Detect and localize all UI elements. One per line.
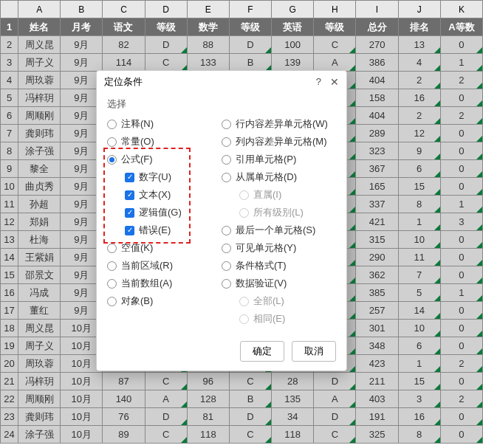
select-all-corner[interactable] xyxy=(1,1,18,18)
cell[interactable]: 周子义 xyxy=(18,337,61,355)
cell[interactable]: B xyxy=(229,54,271,72)
col-header-D[interactable]: D xyxy=(145,1,187,18)
ok-button[interactable]: 确定 xyxy=(240,341,284,362)
row-header[interactable]: 8 xyxy=(1,142,18,160)
cell[interactable]: 87 xyxy=(103,373,145,390)
col-header-E[interactable]: E xyxy=(187,1,229,18)
cell[interactable]: 6 xyxy=(398,337,440,355)
header-cell[interactable]: A等数 xyxy=(440,18,482,36)
cell[interactable]: 114 xyxy=(103,54,145,72)
cell[interactable]: 403 xyxy=(356,390,398,408)
cell[interactable]: 28 xyxy=(272,373,314,390)
cell[interactable]: 5 xyxy=(398,284,440,302)
row-header[interactable]: 23 xyxy=(1,408,18,426)
cell[interactable]: 15 xyxy=(398,178,440,196)
cell[interactable]: 423 xyxy=(356,355,398,373)
col-header-K[interactable]: K xyxy=(440,1,482,18)
cell[interactable]: 2 xyxy=(440,390,482,408)
option-prec[interactable]: 引用单元格(P) xyxy=(222,151,336,168)
cell[interactable]: 0 xyxy=(440,125,482,142)
row-header[interactable]: 1 xyxy=(1,18,18,36)
cell[interactable]: 1 xyxy=(440,284,482,302)
cell[interactable]: 96 xyxy=(187,373,229,390)
checkbox-icon[interactable] xyxy=(125,190,134,200)
radio-icon[interactable] xyxy=(107,137,117,147)
cell[interactable]: A xyxy=(314,54,356,72)
row-header[interactable]: 12 xyxy=(1,213,18,231)
cell[interactable]: 404 xyxy=(356,107,398,125)
header-cell[interactable]: 数学 xyxy=(187,18,229,36)
cell[interactable]: 118 xyxy=(272,426,314,444)
row-header[interactable]: 18 xyxy=(1,320,18,337)
row-header[interactable]: 2 xyxy=(1,36,18,54)
radio-icon[interactable] xyxy=(107,297,117,306)
cell[interactable]: 周顺刚 xyxy=(18,390,61,408)
cell[interactable]: 128 xyxy=(187,390,229,408)
cell[interactable]: 15 xyxy=(398,373,440,390)
cell[interactable]: 16 xyxy=(398,408,440,426)
cell[interactable]: 涂子强 xyxy=(18,426,61,444)
cell[interactable]: 3 xyxy=(398,390,440,408)
cell[interactable]: 290 xyxy=(356,249,398,266)
cell[interactable]: 386 xyxy=(356,54,398,72)
radio-icon[interactable] xyxy=(107,261,117,271)
cell[interactable]: 2 xyxy=(440,355,482,373)
row-header[interactable]: 14 xyxy=(1,249,18,266)
header-cell[interactable]: 姓名 xyxy=(18,18,61,36)
cell[interactable]: 10月 xyxy=(61,390,103,408)
row-header[interactable]: 3 xyxy=(1,54,18,72)
row-header[interactable]: 13 xyxy=(1,231,18,249)
cell[interactable]: 0 xyxy=(440,231,482,249)
cell[interactable]: 385 xyxy=(356,284,398,302)
cell[interactable]: 冯梓玥 xyxy=(18,373,61,390)
cell[interactable]: 0 xyxy=(440,408,482,426)
cell[interactable]: A xyxy=(145,390,187,408)
cell[interactable]: 2 xyxy=(398,72,440,89)
radio-icon[interactable] xyxy=(222,137,231,147)
cell[interactable]: 362 xyxy=(356,266,398,284)
row-header[interactable]: 9 xyxy=(1,160,18,178)
cell[interactable]: 0 xyxy=(440,373,482,390)
cell[interactable]: 0 xyxy=(440,266,482,284)
cell[interactable]: 8 xyxy=(398,196,440,213)
cell[interactable]: C xyxy=(229,373,271,390)
cell[interactable]: 12 xyxy=(398,125,440,142)
cell[interactable]: 周玖蓉 xyxy=(18,355,61,373)
row-header[interactable]: 6 xyxy=(1,107,18,125)
cell[interactable]: 118 xyxy=(187,426,229,444)
col-header-C[interactable]: C xyxy=(103,1,145,18)
cell[interactable]: 周玖蓉 xyxy=(18,72,61,89)
cell[interactable]: D xyxy=(314,373,356,390)
header-cell[interactable]: 月考 xyxy=(61,18,103,36)
cell[interactable]: 165 xyxy=(356,178,398,196)
cell[interactable]: 龚则玮 xyxy=(18,125,61,142)
cell[interactable]: C xyxy=(145,54,187,72)
cell[interactable]: 周义昆 xyxy=(18,36,61,54)
radio-icon[interactable] xyxy=(222,261,231,271)
cell[interactable]: 10月 xyxy=(61,373,103,390)
header-cell[interactable]: 等级 xyxy=(145,18,187,36)
option-region[interactable]: 当前区域(R) xyxy=(107,257,222,275)
cell[interactable]: 9月 xyxy=(61,54,103,72)
cell[interactable]: D xyxy=(145,408,187,426)
cell[interactable]: 10月 xyxy=(61,426,103,444)
cell[interactable]: 龚则玮 xyxy=(18,408,61,426)
col-header-G[interactable]: G xyxy=(272,1,314,18)
cell[interactable]: 100 xyxy=(272,36,314,54)
cell[interactable]: 冯成 xyxy=(18,284,61,302)
cell[interactable]: 14 xyxy=(398,302,440,320)
option-cf[interactable]: 条件格式(T) xyxy=(222,257,336,275)
cell[interactable]: 191 xyxy=(356,408,398,426)
row-header[interactable]: 17 xyxy=(1,302,18,320)
col-header-H[interactable]: H xyxy=(314,1,356,18)
option-err[interactable]: 错误(E) xyxy=(107,221,222,239)
col-header-J[interactable]: J xyxy=(398,1,440,18)
cell[interactable]: 0 xyxy=(440,426,482,444)
cell[interactable]: 黎全 xyxy=(18,160,61,178)
radio-icon[interactable] xyxy=(107,155,117,165)
row-header[interactable]: 22 xyxy=(1,390,18,408)
cell[interactable]: 1 xyxy=(440,196,482,213)
row-header[interactable]: 11 xyxy=(1,196,18,213)
cell[interactable]: 7 xyxy=(398,266,440,284)
row-header[interactable]: 24 xyxy=(1,426,18,444)
